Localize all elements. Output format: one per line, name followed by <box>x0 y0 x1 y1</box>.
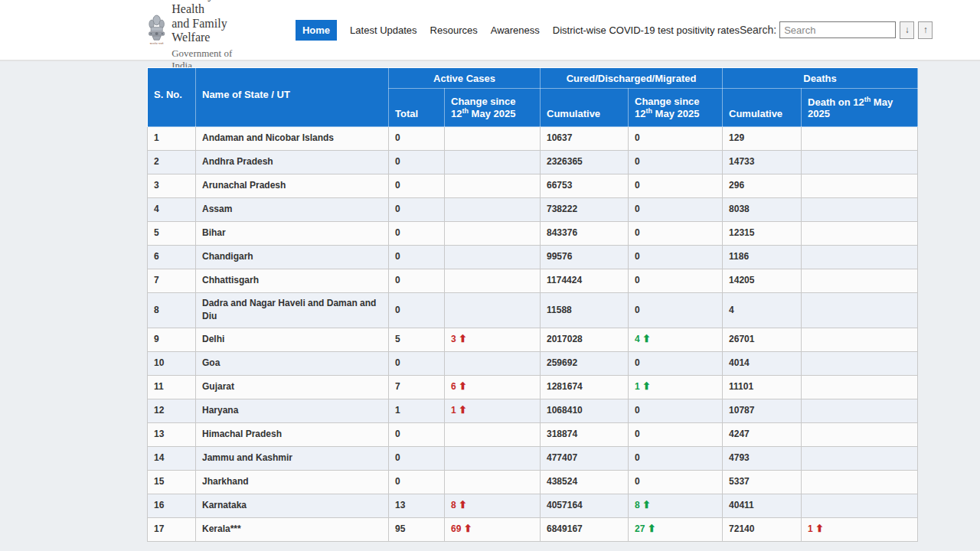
table-row: 6Chandigarh09957601186 <box>148 246 918 269</box>
cell-sno: 9 <box>148 328 196 351</box>
table-row: 11Gujarat76 ⬆12816741 ⬆11101 <box>148 375 918 399</box>
cell-sno: 4 <box>148 198 196 222</box>
cell-cured-cumulative: 4057164 <box>541 494 629 517</box>
table-row: 16Karnataka138 ⬆40571648 ⬆40411 <box>148 494 918 517</box>
nav-home[interactable]: Home <box>296 20 337 41</box>
up-arrow-icon: ⬆ <box>642 333 651 344</box>
table-row: 5Bihar0843376012315 <box>148 222 918 246</box>
cell-death-change <box>802 494 918 517</box>
cell-state-name: Goa <box>196 351 389 375</box>
up-arrow-icon: ⬆ <box>642 380 651 392</box>
table-row: 10Goa025969204014 <box>148 351 918 375</box>
cell-sno: 6 <box>148 246 196 269</box>
cell-active-total: 13 <box>389 494 445 517</box>
cell-cured-change: 0 <box>629 198 723 222</box>
cell-death-change <box>802 198 918 222</box>
cell-sno: 8 <box>148 293 196 328</box>
cell-deaths-cumulative: 40411 <box>723 494 802 517</box>
cell-state-name: Dadra and Nagar Haveli and Daman and Diu <box>196 293 389 328</box>
table-row: 7Chhattisgarh01174424014205 <box>148 269 918 293</box>
cell-deaths-cumulative: 8038 <box>723 198 802 222</box>
search-prev-button[interactable]: ↑ <box>918 21 933 39</box>
cell-cured-change: 1 ⬆ <box>629 375 723 399</box>
cell-death-change: 1 ⬆ <box>802 517 918 541</box>
cell-state-name: Gujarat <box>196 375 389 399</box>
nav-awareness[interactable]: Awareness <box>491 24 540 36</box>
brand-home-link[interactable]: सत्यमेव जयते Ministry of Health and Fami… <box>147 0 233 72</box>
cell-deaths-cumulative: 14205 <box>723 269 802 293</box>
cell-deaths-cumulative: 296 <box>723 174 802 198</box>
cell-cured-cumulative: 11588 <box>541 293 629 328</box>
header-state-name: Name of State / UT <box>196 68 389 127</box>
cell-state-name: Kerala*** <box>196 517 389 541</box>
search-input[interactable] <box>779 21 896 38</box>
cell-cured-cumulative: 259692 <box>541 351 629 375</box>
cell-cured-change: 8 ⬆ <box>629 494 723 517</box>
table-row: 9Delhi53 ⬆20170284 ⬆26701 <box>148 328 918 351</box>
cell-cured-change: 0 <box>629 246 723 269</box>
cell-active-total: 0 <box>389 470 445 494</box>
cell-deaths-cumulative: 129 <box>723 127 802 151</box>
header-group-cured: Cured/Discharged/Migrated <box>541 68 723 89</box>
cell-state-name: Haryana <box>196 399 389 422</box>
cell-cured-change: 0 <box>629 293 723 328</box>
cell-state-name: Assam <box>196 198 389 222</box>
table-row: 2Andhra Pradesh02326365014733 <box>148 151 918 174</box>
cell-active-total: 0 <box>389 446 445 470</box>
nav-latest-updates[interactable]: Latest Updates <box>350 24 416 36</box>
cell-state-name: Jharkhand <box>196 470 389 494</box>
cell-death-change <box>802 375 918 399</box>
main-nav: Home Latest Updates Resources Awareness … <box>296 20 740 41</box>
header-active-change: Change since 12th May 2025 <box>445 89 541 127</box>
ministry-title-line2: and Family Welfare <box>172 17 233 46</box>
table-row: 1Andaman and Nicobar Islands0106370129 <box>148 127 918 151</box>
header-cured-change: Change since 12th May 2025 <box>629 89 723 127</box>
cell-sno: 16 <box>148 494 196 517</box>
table-row: 3Arunachal Pradesh0667530296 <box>148 174 918 198</box>
cell-death-change <box>802 127 918 151</box>
cell-state-name: Karnataka <box>196 494 389 517</box>
cell-sno: 11 <box>148 375 196 399</box>
nav-district-positivity-rates[interactable]: District-wise COVID-19 test positivity r… <box>553 24 740 36</box>
page-content: S. No. Name of State / UT Active Cases C… <box>0 67 980 551</box>
cell-active-change: 3 ⬆ <box>445 328 541 351</box>
cell-deaths-cumulative: 4247 <box>723 422 802 446</box>
cell-cured-cumulative: 1068410 <box>541 399 629 422</box>
cell-deaths-cumulative: 26701 <box>723 328 802 351</box>
cell-deaths-cumulative: 72140 <box>723 517 802 541</box>
site-header: सत्यमेव जयते Ministry of Health and Fami… <box>0 0 980 61</box>
cell-active-change <box>445 198 541 222</box>
search-next-button[interactable]: ↓ <box>900 21 914 39</box>
cell-state-name: Jammu and Kashmir <box>196 446 389 470</box>
cell-death-change <box>802 328 918 351</box>
cell-cured-change: 0 <box>629 269 723 293</box>
cell-cured-change: 0 <box>629 446 723 470</box>
cell-active-total: 0 <box>389 246 445 269</box>
cell-state-name: Chhattisgarh <box>196 269 389 293</box>
cell-cured-change: 0 <box>629 174 723 198</box>
cell-cured-change: 0 <box>629 127 723 151</box>
cell-active-change <box>445 422 541 446</box>
cell-active-total: 1 <box>389 399 445 422</box>
cell-active-change <box>445 470 541 494</box>
table-header: S. No. Name of State / UT Active Cases C… <box>148 68 918 127</box>
cell-deaths-cumulative: 12315 <box>723 222 802 246</box>
cell-active-change <box>445 151 541 174</box>
cell-sno: 5 <box>148 222 196 246</box>
cell-cured-cumulative: 318874 <box>541 422 629 446</box>
nav-resources[interactable]: Resources <box>430 24 478 36</box>
cell-deaths-cumulative: 4014 <box>723 351 802 375</box>
search-area: Search: ↓ ↑ <box>740 21 933 39</box>
cell-sno: 15 <box>148 470 196 494</box>
table-row: 8Dadra and Nagar Haveli and Daman and Di… <box>148 293 918 328</box>
cell-sno: 10 <box>148 351 196 375</box>
cell-active-change: 8 ⬆ <box>445 494 541 517</box>
table-row: 4Assam073822208038 <box>148 198 918 222</box>
cell-death-change <box>802 351 918 375</box>
table-row: 14Jammu and Kashmir047740704793 <box>148 446 918 470</box>
national-emblem-icon: सत्यमेव जयते <box>147 5 166 55</box>
covid-state-table: S. No. Name of State / UT Active Cases C… <box>147 67 918 542</box>
table-row: 17Kerala***9569 ⬆684916727 ⬆721401 ⬆ <box>148 517 918 541</box>
cell-sno: 7 <box>148 269 196 293</box>
cell-active-total: 0 <box>389 222 445 246</box>
